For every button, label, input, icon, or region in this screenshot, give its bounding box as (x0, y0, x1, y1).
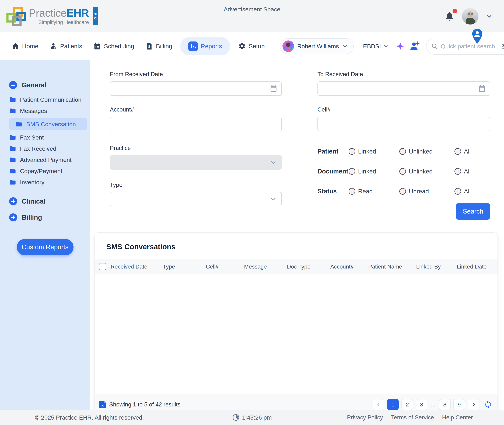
patient-unlinked-radio[interactable]: Unlinked (399, 148, 454, 155)
practice-code-select[interactable]: EBDSI (363, 43, 389, 50)
field-label: Account# (110, 106, 282, 113)
nav-item-reports[interactable]: Reports (180, 37, 230, 55)
user-location-pin-icon[interactable] (471, 29, 484, 44)
page-button-8[interactable]: 8 (439, 399, 451, 410)
radio-icon (399, 148, 406, 155)
prev-page-button[interactable] (373, 399, 384, 410)
billing-receipt-icon: $ (146, 42, 153, 50)
nav-item-billing[interactable]: $ Billing (140, 37, 178, 55)
calendar-icon[interactable] (270, 85, 277, 92)
sidebar-item-inventory[interactable]: Inventory (9, 177, 85, 188)
document-unlinked-radio[interactable]: Unlinked (399, 168, 454, 175)
nav-item-home[interactable]: Home (6, 37, 44, 55)
user-menu-chevron-down-icon[interactable] (486, 13, 493, 20)
top-header: PracticeEHR Simplifying Healthcare Pro A… (0, 0, 504, 32)
sidebar-section-clinical[interactable]: Clinical (9, 197, 85, 205)
sidebar-item-label: SMS Conversation (26, 121, 76, 128)
help-center-link[interactable]: Help Center (442, 414, 473, 421)
refresh-icon[interactable] (484, 400, 493, 409)
cell-input[interactable] (322, 121, 485, 127)
nav-label: Patients (60, 43, 82, 50)
privacy-policy-link[interactable]: Privacy Policy (347, 414, 383, 421)
radio-icon (454, 168, 461, 175)
folder-icon (15, 121, 22, 128)
sidebar-item-fax-sent[interactable]: Fax Sent (9, 132, 85, 143)
from-received-date-input[interactable] (115, 85, 270, 92)
add-patient-icon[interactable] (410, 41, 419, 51)
logo-cross-icon (6, 7, 26, 26)
nav-item-setup[interactable]: Setup (232, 37, 270, 55)
page-button-3[interactable]: 3 (416, 399, 427, 410)
to-received-date-input-wrap (318, 81, 490, 96)
column-header-doc-type: Doc Type (277, 263, 320, 270)
sparkle-ai-icon[interactable] (396, 42, 405, 51)
search-filter-sliders-icon[interactable] (501, 43, 504, 50)
sidebar-item-label: Copay/Payment (20, 168, 62, 174)
current-user-pill[interactable]: Robert Williams (280, 38, 353, 54)
practice-code: EBDSI (363, 43, 381, 50)
status-read-radio[interactable]: Read (349, 188, 399, 195)
field-label: From Received Date (110, 71, 282, 78)
status-all-radio[interactable]: All (454, 188, 490, 195)
patient-person-icon (50, 42, 57, 50)
gear-icon (238, 42, 246, 50)
nav-item-scheduling[interactable]: Scheduling (88, 37, 140, 55)
sidebar-item-label: Fax Sent (20, 134, 44, 141)
document-all-radio[interactable]: All (454, 168, 490, 175)
field-label: Cell# (318, 106, 490, 113)
next-page-button[interactable] (468, 399, 479, 410)
radio-label: Linked (358, 148, 376, 155)
sidebar-section-billing[interactable]: Billing (9, 213, 85, 221)
page-button-2[interactable]: 2 (401, 399, 413, 410)
column-header-received-date: Received Date (111, 263, 147, 270)
field-label: To Received Date (318, 71, 490, 78)
sidebar-item-sms-conversation[interactable]: SMS Conversation (9, 118, 87, 130)
quick-patient-search (426, 38, 504, 55)
sidebar-item-patient-communication[interactable]: Patient Communication (9, 94, 85, 105)
sidebar-item-advanced-payment[interactable]: Advanced Payment (9, 154, 85, 166)
expand-plus-icon (9, 213, 17, 221)
patient-all-radio[interactable]: All (454, 148, 490, 155)
notification-bell-icon[interactable] (444, 11, 455, 21)
card-title: SMS Conversations (95, 233, 497, 259)
excel-export-icon[interactable]: x (99, 401, 106, 408)
search-button[interactable]: Search (456, 203, 490, 220)
document-linked-radio[interactable]: Linked (349, 168, 399, 175)
calendar-icon[interactable] (479, 85, 485, 92)
radio-label: All (464, 168, 471, 175)
page-button-1[interactable]: 1 (387, 399, 399, 410)
radio-icon (399, 188, 406, 195)
terms-of-service-link[interactable]: Terms of Service (391, 414, 434, 421)
nav-item-patients[interactable]: Patients (44, 37, 88, 55)
radio-label: Read (358, 188, 373, 195)
practice-select[interactable] (110, 155, 282, 170)
patient-linked-radio[interactable]: Linked (349, 148, 399, 155)
header-right (444, 8, 493, 25)
folder-icon (9, 96, 16, 103)
to-received-date-input[interactable] (322, 85, 479, 92)
status-unread-radio[interactable]: Unread (399, 188, 454, 195)
column-header-linked-date: Linked Date (450, 263, 493, 270)
brand-name-bold: EHR (66, 7, 89, 19)
custom-reports-button[interactable]: Custom Reports (17, 239, 73, 255)
select-all-checkbox[interactable] (99, 263, 106, 270)
type-select[interactable] (110, 192, 282, 206)
expand-plus-icon (9, 197, 17, 205)
radio-icon (454, 188, 461, 195)
sidebar-item-fax-received[interactable]: Fax Received (9, 143, 85, 154)
search-icon (431, 43, 438, 50)
sidebar-item-messages[interactable]: Messages (9, 105, 85, 116)
sidebar-section-general[interactable]: General (9, 81, 85, 89)
user-avatar[interactable] (462, 8, 478, 25)
column-header-linked-by: Linked By (407, 263, 450, 270)
cell-input-wrap (318, 117, 490, 131)
page-button-9[interactable]: 9 (453, 399, 465, 410)
pro-badge: Pro (93, 7, 98, 25)
practice-ehr-logo: PracticeEHR Simplifying Healthcare Pro (6, 7, 98, 26)
general-items: Patient Communication Messages SMS Conve… (9, 94, 85, 188)
section-label: Billing (22, 214, 42, 221)
sidebar-item-copay-payment[interactable]: Copay/Payment (9, 166, 85, 177)
folder-icon (9, 107, 16, 114)
account-input[interactable] (115, 121, 277, 127)
quick-patient-search-input[interactable] (441, 43, 498, 50)
